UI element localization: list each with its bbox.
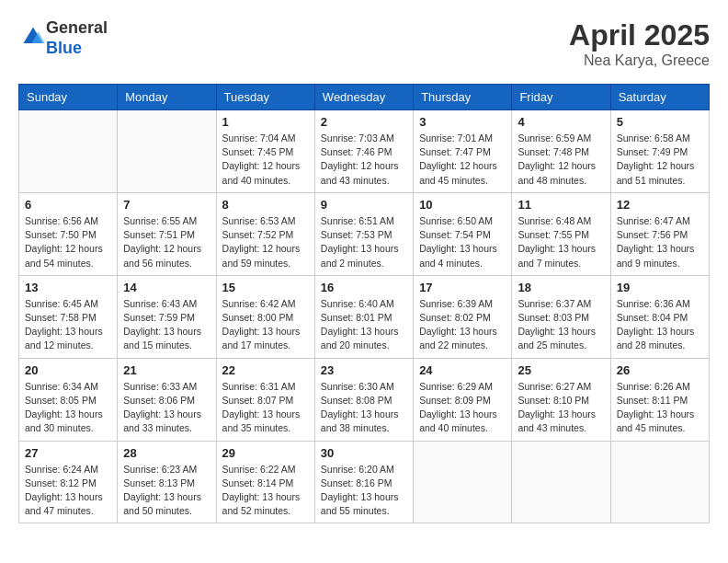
- col-wednesday: Wednesday: [314, 85, 413, 110]
- table-row: 13Sunrise: 6:45 AM Sunset: 7:58 PM Dayli…: [19, 275, 118, 358]
- title-block: April 2025 Nea Karya, Greece: [569, 18, 710, 69]
- table-row: 21Sunrise: 6:33 AM Sunset: 8:06 PM Dayli…: [118, 358, 216, 441]
- day-info: Sunrise: 6:22 AM Sunset: 8:14 PM Dayligh…: [222, 463, 309, 519]
- day-number: 2: [321, 115, 407, 129]
- col-friday: Friday: [512, 85, 610, 110]
- day-info: Sunrise: 7:01 AM Sunset: 7:47 PM Dayligh…: [419, 132, 506, 188]
- day-info: Sunrise: 6:29 AM Sunset: 8:09 PM Dayligh…: [419, 380, 506, 436]
- day-number: 3: [419, 115, 506, 129]
- day-number: 13: [25, 281, 111, 294]
- day-number: 24: [419, 363, 506, 377]
- logo-icon: [20, 24, 46, 50]
- table-row: 14Sunrise: 6:43 AM Sunset: 7:59 PM Dayli…: [118, 275, 216, 358]
- table-row: 30Sunrise: 6:20 AM Sunset: 8:16 PM Dayli…: [314, 441, 413, 523]
- day-number: 8: [222, 198, 309, 212]
- table-row: 1Sunrise: 7:04 AM Sunset: 7:45 PM Daylig…: [216, 110, 314, 193]
- day-number: 7: [123, 198, 210, 212]
- logo-text: General Blue: [46, 18, 108, 58]
- table-row: 29Sunrise: 6:22 AM Sunset: 8:14 PM Dayli…: [216, 441, 314, 523]
- day-number: 17: [419, 281, 506, 294]
- day-info: Sunrise: 7:04 AM Sunset: 7:45 PM Dayligh…: [222, 132, 309, 188]
- day-info: Sunrise: 6:24 AM Sunset: 8:12 PM Dayligh…: [25, 463, 111, 519]
- day-number: 9: [321, 198, 407, 212]
- col-sunday: Sunday: [19, 85, 118, 110]
- day-number: 23: [321, 363, 407, 377]
- logo-blue: Blue: [46, 39, 82, 57]
- table-row: [512, 441, 610, 523]
- table-row: 25Sunrise: 6:27 AM Sunset: 8:10 PM Dayli…: [512, 358, 610, 441]
- day-number: 15: [222, 281, 309, 294]
- day-info: Sunrise: 6:56 AM Sunset: 7:50 PM Dayligh…: [25, 214, 111, 270]
- day-info: Sunrise: 6:51 AM Sunset: 7:53 PM Dayligh…: [321, 214, 407, 270]
- table-row: 15Sunrise: 6:42 AM Sunset: 8:00 PM Dayli…: [216, 275, 314, 358]
- table-row: 6Sunrise: 6:56 AM Sunset: 7:50 PM Daylig…: [19, 192, 118, 275]
- day-number: 6: [25, 198, 111, 212]
- day-info: Sunrise: 6:50 AM Sunset: 7:54 PM Dayligh…: [419, 214, 506, 270]
- table-row: 17Sunrise: 6:39 AM Sunset: 8:02 PM Dayli…: [414, 275, 512, 358]
- month-title: April 2025: [569, 18, 710, 52]
- day-info: Sunrise: 7:03 AM Sunset: 7:46 PM Dayligh…: [321, 132, 407, 188]
- day-number: 4: [518, 115, 604, 129]
- day-number: 30: [321, 446, 407, 460]
- day-info: Sunrise: 6:39 AM Sunset: 8:02 PM Dayligh…: [419, 297, 506, 353]
- day-number: 5: [617, 115, 703, 129]
- col-monday: Monday: [118, 85, 216, 110]
- day-number: 10: [419, 198, 506, 212]
- day-number: 28: [123, 446, 210, 460]
- day-info: Sunrise: 6:53 AM Sunset: 7:52 PM Dayligh…: [222, 214, 309, 270]
- table-row: 7Sunrise: 6:55 AM Sunset: 7:51 PM Daylig…: [118, 192, 216, 275]
- table-row: 11Sunrise: 6:48 AM Sunset: 7:55 PM Dayli…: [512, 192, 610, 275]
- day-number: 19: [617, 281, 703, 294]
- day-info: Sunrise: 6:59 AM Sunset: 7:48 PM Dayligh…: [518, 132, 604, 188]
- day-info: Sunrise: 6:30 AM Sunset: 8:08 PM Dayligh…: [321, 380, 407, 436]
- day-number: 16: [321, 281, 407, 294]
- day-number: 14: [123, 281, 210, 294]
- table-row: [414, 441, 512, 523]
- day-number: 12: [617, 198, 703, 212]
- table-row: 12Sunrise: 6:47 AM Sunset: 7:56 PM Dayli…: [610, 192, 709, 275]
- day-info: Sunrise: 6:58 AM Sunset: 7:49 PM Dayligh…: [617, 132, 703, 188]
- col-thursday: Thursday: [414, 85, 512, 110]
- col-saturday: Saturday: [610, 85, 709, 110]
- table-row: 26Sunrise: 6:26 AM Sunset: 8:11 PM Dayli…: [610, 358, 709, 441]
- table-row: 4Sunrise: 6:59 AM Sunset: 7:48 PM Daylig…: [512, 110, 610, 193]
- day-info: Sunrise: 6:23 AM Sunset: 8:13 PM Dayligh…: [123, 463, 210, 519]
- table-row: 2Sunrise: 7:03 AM Sunset: 7:46 PM Daylig…: [314, 110, 413, 193]
- location-title: Nea Karya, Greece: [569, 52, 710, 69]
- table-row: 5Sunrise: 6:58 AM Sunset: 7:49 PM Daylig…: [610, 110, 709, 193]
- day-number: 20: [25, 363, 111, 377]
- table-row: 19Sunrise: 6:36 AM Sunset: 8:04 PM Dayli…: [610, 275, 709, 358]
- day-info: Sunrise: 6:48 AM Sunset: 7:55 PM Dayligh…: [518, 214, 604, 270]
- day-info: Sunrise: 6:45 AM Sunset: 7:58 PM Dayligh…: [25, 297, 111, 353]
- table-row: 20Sunrise: 6:34 AM Sunset: 8:05 PM Dayli…: [19, 358, 118, 441]
- day-info: Sunrise: 6:47 AM Sunset: 7:56 PM Dayligh…: [617, 214, 703, 270]
- day-number: 26: [617, 363, 703, 377]
- day-info: Sunrise: 6:55 AM Sunset: 7:51 PM Dayligh…: [123, 214, 210, 270]
- table-row: 8Sunrise: 6:53 AM Sunset: 7:52 PM Daylig…: [216, 192, 314, 275]
- day-info: Sunrise: 6:20 AM Sunset: 8:16 PM Dayligh…: [321, 463, 407, 519]
- day-info: Sunrise: 6:33 AM Sunset: 8:06 PM Dayligh…: [123, 380, 210, 436]
- day-number: 22: [222, 363, 309, 377]
- table-row: 24Sunrise: 6:29 AM Sunset: 8:09 PM Dayli…: [414, 358, 512, 441]
- logo: General Blue: [18, 18, 108, 58]
- table-row: [19, 110, 118, 193]
- day-info: Sunrise: 6:43 AM Sunset: 7:59 PM Dayligh…: [123, 297, 210, 353]
- day-number: 25: [518, 363, 604, 377]
- table-row: [610, 441, 709, 523]
- table-row: 28Sunrise: 6:23 AM Sunset: 8:13 PM Dayli…: [118, 441, 216, 523]
- day-number: 1: [222, 115, 309, 129]
- calendar-week-row: 1Sunrise: 7:04 AM Sunset: 7:45 PM Daylig…: [19, 110, 710, 193]
- day-number: 21: [123, 363, 210, 377]
- day-info: Sunrise: 6:37 AM Sunset: 8:03 PM Dayligh…: [518, 297, 604, 353]
- logo-general: General: [46, 18, 108, 37]
- table-row: 27Sunrise: 6:24 AM Sunset: 8:12 PM Dayli…: [19, 441, 118, 523]
- table-row: 3Sunrise: 7:01 AM Sunset: 7:47 PM Daylig…: [414, 110, 512, 193]
- day-info: Sunrise: 6:31 AM Sunset: 8:07 PM Dayligh…: [222, 380, 309, 436]
- day-number: 27: [25, 446, 111, 460]
- calendar-week-row: 6Sunrise: 6:56 AM Sunset: 7:50 PM Daylig…: [19, 192, 710, 275]
- day-info: Sunrise: 6:26 AM Sunset: 8:11 PM Dayligh…: [617, 380, 703, 436]
- calendar-week-row: 20Sunrise: 6:34 AM Sunset: 8:05 PM Dayli…: [19, 358, 710, 441]
- day-number: 29: [222, 446, 309, 460]
- day-number: 11: [518, 198, 604, 212]
- table-row: 22Sunrise: 6:31 AM Sunset: 8:07 PM Dayli…: [216, 358, 314, 441]
